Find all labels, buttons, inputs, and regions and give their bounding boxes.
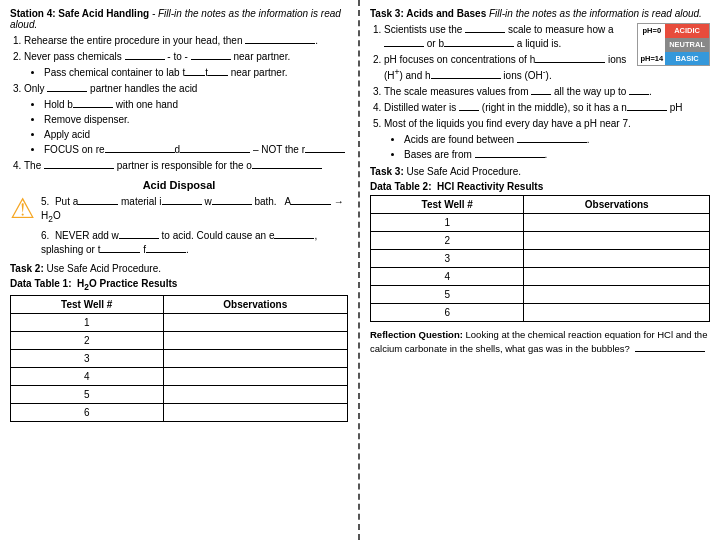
- ph0-label: pH=0: [638, 24, 665, 38]
- list-item: The scale measures values from all the w…: [384, 85, 710, 99]
- page: Station 4: Safe Acid Handling - Fill-in …: [0, 0, 720, 540]
- table-row: 2: [11, 331, 348, 349]
- table-row: 2: [371, 232, 710, 250]
- task3-text: Use Safe Acid Procedure.: [407, 166, 522, 177]
- list-item: Pass chemical container to lab tt near p…: [44, 66, 348, 80]
- table-row: 1: [11, 313, 348, 331]
- table-row: 4: [11, 367, 348, 385]
- right-column: Task 3: Acids and Bases Fill-in the note…: [360, 0, 720, 540]
- acid-disposal-title: Acid Disposal: [10, 179, 348, 191]
- list-item: Remove dispenser.: [44, 113, 348, 127]
- warning-section: ⚠ 5. Put a material i w bath. A → H2O 6.…: [10, 195, 348, 257]
- task3-header-title: Acids and Bases: [406, 8, 486, 19]
- task3-label: Task 3: Use Safe Acid Procedure.: [370, 166, 710, 177]
- table-row: 6: [371, 304, 710, 322]
- list-item: Never pass chemicals - to - near partner…: [24, 50, 348, 80]
- acidic-label: ACIDIC: [665, 24, 709, 38]
- list-item: Acids are found between .: [404, 133, 710, 147]
- task3-label-text: Task 3:: [370, 166, 404, 177]
- list-item: Most of the liquids you find every day h…: [384, 117, 710, 162]
- table-row: 5: [371, 286, 710, 304]
- reflection-label: Reflection Question:: [370, 329, 463, 340]
- table-row: 5: [11, 385, 348, 403]
- ph-scale-table: pH=0 ACIDIC NEUTRAL pH=14 BASIC: [637, 23, 710, 66]
- ph14-label: pH=14: [638, 52, 665, 66]
- task2-label: Task 2: Use Safe Acid Procedure.: [10, 263, 348, 274]
- table-row: 1: [371, 214, 710, 232]
- left-column: Station 4: Safe Acid Handling - Fill-in …: [0, 0, 360, 540]
- list-item: FOCUS on red – NOT the r: [44, 143, 348, 157]
- reflection: Reflection Question: Looking at the chem…: [370, 328, 710, 355]
- task2-label-text: Task 2:: [10, 263, 44, 274]
- table1: Test Well # Observations 1 2 3 4 5 6: [10, 295, 348, 422]
- table1-header-obs: Observations: [163, 295, 347, 313]
- table1-title: Data Table 1: H2O Practice Results: [10, 278, 348, 292]
- station-title: Safe Acid Handling: [58, 8, 149, 19]
- list-item: Apply acid: [44, 128, 348, 142]
- list-item: The partner is responsible for the o: [24, 159, 348, 173]
- table1-header-well: Test Well #: [11, 295, 164, 313]
- table2-title: Data Table 2: HCl Reactivity Results: [370, 181, 710, 192]
- table-row: 3: [11, 349, 348, 367]
- ph-scale-graphic: pH=0 ACIDIC NEUTRAL pH=14 BASIC: [637, 23, 710, 72]
- task3-header: Task 3: Acids and Bases Fill-in the note…: [370, 8, 710, 19]
- table-row: 6: [11, 403, 348, 421]
- table2-header-obs: Observations: [524, 196, 710, 214]
- list-item: Distilled water is (right in the middle)…: [384, 101, 710, 115]
- table-row: 3: [371, 250, 710, 268]
- neutral-label: NEUTRAL: [665, 38, 709, 52]
- warning-text: 5. Put a material i w bath. A → H2O 6. N…: [41, 195, 348, 257]
- station-header: Station 4: Safe Acid Handling - Fill-in …: [10, 8, 348, 30]
- station-number: Station 4:: [10, 8, 56, 19]
- list-item: Only partner handles the acid Hold b wit…: [24, 82, 348, 157]
- left-instructions-list: Rehearse the entire procedure in your he…: [10, 34, 348, 173]
- warning-item: 5. Put a material i w bath. A → H2O: [41, 195, 348, 226]
- table2-header-well: Test Well #: [371, 196, 524, 214]
- task2-text: Use Safe Acid Procedure.: [47, 263, 162, 274]
- task3-header-subtitle: Fill-in the notes as the information is …: [489, 8, 702, 19]
- list-item: Rehearse the entire procedure in your he…: [24, 34, 348, 48]
- basic-label: BASIC: [665, 52, 709, 66]
- list-item: Bases are from .: [404, 148, 710, 162]
- table-row: 4: [371, 268, 710, 286]
- warning-icon: ⚠: [10, 195, 35, 223]
- list-item: Hold b with one hand: [44, 98, 348, 112]
- table2: Test Well # Observations 1 2 3 4 5 6: [370, 195, 710, 322]
- task3-header-label: Task 3:: [370, 8, 404, 19]
- warning-item: 6. NEVER add w to acid. Could cause an e…: [41, 229, 348, 257]
